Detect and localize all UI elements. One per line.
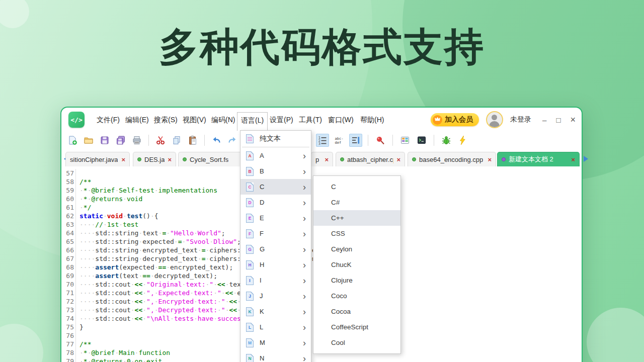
pushpin-icon[interactable] bbox=[374, 134, 387, 147]
menu-group-e[interactable]: EE› bbox=[240, 210, 311, 226]
menubar-item[interactable]: 编辑(E) bbox=[122, 112, 152, 127]
menu-group-label: E bbox=[260, 214, 264, 222]
toolbar-separator bbox=[368, 135, 368, 146]
tab[interactable]: DES.java× bbox=[133, 152, 176, 166]
line-number: 74 bbox=[61, 314, 76, 323]
toolbar-separator bbox=[204, 135, 205, 146]
tab[interactable]: base64_encoding.cpp× bbox=[408, 152, 496, 166]
tab-close-icon[interactable]: × bbox=[168, 156, 172, 163]
line-number: 77 bbox=[61, 340, 76, 348]
chevron-right-icon: › bbox=[303, 198, 306, 207]
tab-status-dot bbox=[137, 157, 141, 161]
tab-scroll-right-icon[interactable] bbox=[584, 156, 588, 162]
panel-layout-icon[interactable] bbox=[398, 134, 412, 147]
menu-group-label: B bbox=[260, 167, 264, 175]
login-status[interactable]: 未登录 bbox=[510, 115, 531, 124]
print-icon[interactable] bbox=[130, 134, 143, 147]
indent-guide-icon[interactable] bbox=[349, 134, 362, 147]
menubar-item[interactable]: 语言(L) bbox=[237, 112, 268, 131]
menubar-item[interactable]: 窗口(W) bbox=[325, 112, 357, 127]
debug-bug-icon[interactable] bbox=[440, 134, 453, 147]
tab-close-icon[interactable]: × bbox=[121, 156, 125, 163]
app-logo-icon: </> bbox=[68, 112, 85, 128]
submenu-item[interactable]: Coco bbox=[313, 288, 400, 304]
run-lightning-icon[interactable] bbox=[456, 134, 469, 147]
menu-group-d[interactable]: DD› bbox=[240, 195, 311, 210]
menubar-item[interactable]: 编码(N) bbox=[208, 112, 238, 127]
cut-icon[interactable] bbox=[154, 134, 167, 147]
letter-file-icon: G bbox=[246, 245, 254, 254]
save-all-icon[interactable] bbox=[114, 134, 127, 147]
submenu-item[interactable]: CoffeeScript bbox=[313, 319, 400, 335]
letter-file-icon: A bbox=[246, 151, 254, 160]
tab-close-icon[interactable]: × bbox=[325, 156, 329, 163]
line-numbers-icon[interactable]: 123 bbox=[316, 134, 329, 147]
join-member-button[interactable]: 加入会员 bbox=[431, 113, 479, 126]
svg-text:def: def bbox=[335, 141, 342, 145]
background-circle bbox=[587, 308, 644, 362]
line-number: 79 bbox=[61, 357, 76, 362]
avatar[interactable] bbox=[486, 111, 503, 128]
menu-group-f[interactable]: FF› bbox=[240, 226, 311, 241]
submenu-item[interactable]: ChucK bbox=[313, 257, 400, 273]
tab-close-icon[interactable]: × bbox=[488, 156, 492, 163]
menubar-item[interactable]: 设置(P) bbox=[266, 112, 297, 127]
tab-status-dot bbox=[183, 157, 187, 161]
submenu-item[interactable]: Clojure bbox=[313, 273, 400, 288]
menubar-item[interactable]: 工具(T) bbox=[295, 112, 326, 127]
menubar-item[interactable]: 搜索(S) bbox=[150, 112, 181, 127]
paste-icon[interactable] bbox=[186, 134, 199, 147]
word-wrap-icon[interactable]: abc-def bbox=[333, 134, 346, 147]
letter-file-icon: I bbox=[246, 276, 254, 285]
menu-group-l[interactable]: LL› bbox=[240, 319, 311, 335]
open-file-icon[interactable] bbox=[82, 134, 95, 147]
tab-active[interactable]: 新建文本文档 2× bbox=[497, 152, 580, 166]
close-button[interactable]: × bbox=[570, 116, 576, 124]
tab-close-icon[interactable]: × bbox=[396, 156, 400, 163]
submenu-item[interactable]: Ceylon bbox=[313, 241, 400, 257]
menubar-item[interactable]: 帮助(H) bbox=[357, 112, 387, 127]
tab-status-dot bbox=[340, 157, 344, 161]
menu-group-label: D bbox=[260, 199, 264, 206]
join-member-label: 加入会员 bbox=[445, 115, 473, 124]
terminal-icon[interactable] bbox=[415, 134, 428, 147]
menu-group-n[interactable]: NN› bbox=[240, 350, 311, 362]
undo-icon[interactable] bbox=[210, 134, 223, 147]
save-icon[interactable] bbox=[98, 134, 111, 147]
menu-group-i[interactable]: II› bbox=[240, 273, 311, 288]
submenu-item[interactable]: C# bbox=[313, 195, 400, 210]
tab[interactable]: p× bbox=[311, 152, 333, 166]
tab-status-dot bbox=[502, 157, 506, 161]
menu-group-m[interactable]: MM› bbox=[240, 335, 311, 350]
submenu-item[interactable]: Cocoa bbox=[313, 304, 400, 319]
submenu-item[interactable]: C bbox=[313, 179, 400, 195]
maximize-button[interactable]: □ bbox=[556, 116, 560, 124]
crown-icon bbox=[433, 115, 442, 125]
menu-group-h[interactable]: HH› bbox=[240, 257, 311, 273]
tab[interactable]: sitionCipher.java× bbox=[65, 152, 130, 166]
submenu-item[interactable]: Cool bbox=[313, 335, 400, 350]
menu-group-g[interactable]: GG› bbox=[240, 241, 311, 257]
letter-file-icon: F bbox=[246, 229, 254, 238]
language-menu: 纯文本AA›BB›CC›DD›EE›FF›GG›HH›II›JJ›KK›LL›M… bbox=[240, 130, 311, 362]
redo-icon[interactable] bbox=[226, 134, 239, 147]
menu-group-k[interactable]: KK› bbox=[240, 304, 311, 319]
copy-icon[interactable] bbox=[170, 134, 183, 147]
letter-file-icon: N bbox=[246, 354, 254, 362]
menubar-item[interactable]: 视图(V) bbox=[179, 112, 210, 127]
menu-group-j[interactable]: JJ› bbox=[240, 288, 311, 304]
new-file-icon[interactable] bbox=[66, 134, 79, 147]
submenu-item[interactable]: CSS bbox=[313, 226, 400, 241]
menu-group-a[interactable]: AA› bbox=[240, 148, 311, 163]
letter-file-icon: J bbox=[246, 292, 254, 301]
tab[interactable]: atbash_cipher.cpp× bbox=[336, 152, 405, 166]
menu-group-b[interactable]: BB› bbox=[240, 163, 311, 179]
menubar-item[interactable]: 文件(F) bbox=[93, 112, 123, 127]
minimize-button[interactable]: – bbox=[542, 116, 546, 124]
submenu-item[interactable]: C++ bbox=[313, 210, 400, 226]
tab-close-icon[interactable]: × bbox=[571, 156, 575, 163]
menu-group-c[interactable]: CC› bbox=[240, 179, 311, 195]
chevron-right-icon: › bbox=[303, 167, 306, 176]
menu-item-plain-text[interactable]: 纯文本 bbox=[240, 131, 311, 146]
line-number: 76 bbox=[61, 331, 76, 340]
